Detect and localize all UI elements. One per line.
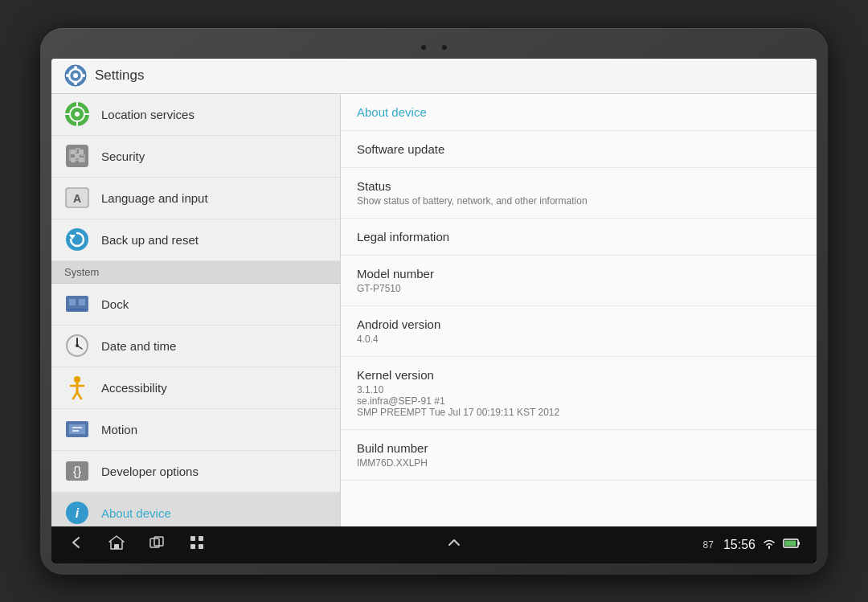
bottom-nav-right: 87 15:56 xyxy=(703,537,800,552)
security-icon xyxy=(64,143,90,169)
sidebar-item-label-motion: Motion xyxy=(101,423,137,436)
svg-rect-27 xyxy=(71,158,76,162)
dock-icon xyxy=(64,291,90,317)
bottom-nav-center xyxy=(445,534,463,555)
detail-subtitle-build: IMM76D.XXLPH xyxy=(357,457,800,469)
grid-button[interactable] xyxy=(188,534,206,555)
svg-text:i: i xyxy=(76,506,80,520)
svg-rect-28 xyxy=(79,158,84,162)
settings-title: Settings xyxy=(95,68,144,84)
detail-subtitle-model: GT-P7510 xyxy=(357,283,800,294)
sidebar-item-dock[interactable]: Dock xyxy=(51,284,340,326)
svg-rect-48 xyxy=(69,424,85,434)
detail-about-device[interactable]: About device xyxy=(341,94,817,131)
detail-panel: About device Software update Status Show… xyxy=(341,94,817,526)
main-content: Location services xyxy=(51,94,817,526)
sidebar-item-location[interactable]: Location services xyxy=(51,94,340,136)
detail-model: Model number GT-P7510 xyxy=(341,256,817,306)
svg-text:{}: {} xyxy=(73,465,82,478)
svg-rect-55 xyxy=(114,544,119,549)
sidebar-item-label-about: About device xyxy=(101,506,171,520)
tablet-outer: Settings xyxy=(40,28,828,575)
sidebar-item-language[interactable]: A Language and input xyxy=(51,178,340,219)
detail-build: Build number IMM76D.XXLPH xyxy=(341,430,817,481)
bottom-nav: 87 15:56 xyxy=(51,526,817,563)
sidebar-section-system: System xyxy=(51,261,340,284)
svg-rect-64 xyxy=(785,541,796,547)
detail-title-kernel: Kernel version xyxy=(357,368,800,382)
detail-title-legal: Legal information xyxy=(357,230,800,244)
sidebar-item-datetime[interactable]: Date and time xyxy=(51,326,340,367)
svg-point-32 xyxy=(66,228,88,251)
svg-rect-60 xyxy=(190,544,195,549)
detail-title-build: Build number xyxy=(357,441,800,455)
svg-rect-36 xyxy=(79,299,85,305)
detail-title-status: Status xyxy=(357,179,800,193)
bottom-nav-left xyxy=(68,534,206,555)
svg-rect-25 xyxy=(71,149,76,154)
developer-icon: {} xyxy=(64,458,90,484)
sidebar-item-label-accessibility: Accessibility xyxy=(101,381,167,395)
detail-software-update[interactable]: Software update xyxy=(341,131,817,168)
svg-point-3 xyxy=(74,66,77,69)
svg-rect-61 xyxy=(199,544,203,549)
svg-point-4 xyxy=(74,82,77,85)
backup-icon xyxy=(64,227,90,252)
sidebar-item-label-backup: Back up and reset xyxy=(101,233,199,247)
battery-level: 87 xyxy=(703,539,714,551)
svg-rect-59 xyxy=(199,536,203,541)
camera-dot xyxy=(421,45,426,50)
svg-rect-26 xyxy=(79,149,84,154)
svg-rect-37 xyxy=(68,309,87,310)
sidebar-item-label-location: Location services xyxy=(101,108,194,121)
svg-point-41 xyxy=(76,344,79,347)
back-button[interactable] xyxy=(68,534,85,555)
accessibility-icon xyxy=(64,375,90,400)
svg-text:A: A xyxy=(73,192,81,205)
sidebar-item-security[interactable]: Security xyxy=(51,136,340,178)
sidebar-item-accessibility[interactable]: Accessibility xyxy=(51,367,340,409)
svg-rect-35 xyxy=(69,299,76,305)
battery-icon xyxy=(783,538,800,551)
svg-line-46 xyxy=(77,392,81,399)
svg-point-6 xyxy=(82,74,85,77)
sidebar: Location services xyxy=(51,94,341,526)
svg-line-45 xyxy=(73,392,77,399)
detail-legal[interactable]: Legal information xyxy=(341,219,817,256)
sidebar-item-about[interactable]: i About device xyxy=(51,493,340,526)
speaker-dot xyxy=(442,45,447,50)
about-icon: i xyxy=(64,500,90,526)
motion-icon xyxy=(64,416,90,442)
tablet-top-bar xyxy=(51,39,817,55)
detail-title-model: Model number xyxy=(357,267,800,281)
svg-point-2 xyxy=(73,73,78,78)
wifi-icon xyxy=(762,537,776,552)
svg-point-9 xyxy=(75,112,80,117)
settings-header: Settings xyxy=(51,59,817,94)
detail-title-about: About device xyxy=(357,105,800,119)
home-button[interactable] xyxy=(108,534,125,555)
sidebar-item-motion[interactable]: Motion xyxy=(51,409,340,451)
svg-rect-63 xyxy=(798,542,800,545)
detail-title-android: Android version xyxy=(357,317,800,331)
detail-kernel: Kernel version 3.1.10 se.infra@SEP-91 #1… xyxy=(341,357,817,430)
sidebar-item-backup[interactable]: Back up and reset xyxy=(51,219,340,261)
recent-apps-button[interactable] xyxy=(148,534,166,555)
detail-subtitle-android: 4.0.4 xyxy=(357,334,800,345)
sidebar-item-label-security: Security xyxy=(101,149,145,163)
sidebar-item-label-developer: Developer options xyxy=(101,465,199,478)
svg-point-5 xyxy=(66,74,69,77)
screen: Settings xyxy=(51,59,817,563)
up-button[interactable] xyxy=(445,534,463,555)
detail-status[interactable]: Status Show status of battery, network, … xyxy=(341,168,817,219)
location-icon xyxy=(64,101,90,127)
clock: 15:56 xyxy=(723,538,755,552)
detail-title-software: Software update xyxy=(357,142,800,156)
svg-rect-29 xyxy=(75,154,80,158)
detail-android: Android version 4.0.4 xyxy=(341,306,817,357)
sidebar-item-developer[interactable]: {} Developer options xyxy=(51,451,340,493)
settings-header-icon xyxy=(64,64,87,87)
detail-subtitle-status: Show status of battery, network, and oth… xyxy=(357,195,800,207)
datetime-icon xyxy=(64,333,90,358)
svg-rect-58 xyxy=(190,536,195,541)
